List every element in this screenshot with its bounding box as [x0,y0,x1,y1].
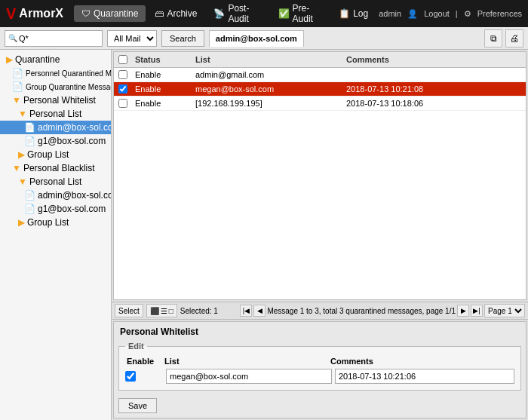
row3-status: Enable [132,97,192,110]
admin-label: admin [379,9,401,18]
edit-comments-input[interactable] [335,369,514,384]
separator: | [456,9,458,18]
edit-check-cell [125,371,163,382]
sidebar-item-personal-whitelist[interactable]: ▼ Personal Whitelist [0,94,111,107]
sidebar-item-label: Personal Blacklist [23,163,95,173]
mail-filter-dropdown[interactable]: All Mail [107,30,157,47]
sidebar-item-label: Personal List [29,176,81,187]
first-page-btn[interactable]: |◀ [240,305,252,317]
nav-pre-audit[interactable]: ✅ Pre-Audit [271,0,330,27]
row3-checkbox[interactable] [118,99,127,108]
sidebar-item-label: Quarantine [15,54,60,65]
topbar-right: admin 👤 Logout | ⚙ Preferences [379,9,522,19]
post-audit-label: Post-Audit [228,3,261,24]
preferences-label[interactable]: Preferences [477,9,522,18]
print-icon[interactable]: 🖨 [505,29,523,48]
archive-label: Archive [167,8,197,19]
gear-icon: ⚙ [464,9,471,19]
quarantine-label: Quarantine [94,8,138,19]
sidebar-item-label: g1@box-sol.com [38,204,106,214]
logout-label[interactable]: Logout [424,9,450,18]
doc-icon: 📄 [12,81,23,92]
sidebar-item-label: Personnel Quarantined Messa... [26,69,111,78]
content-area: Status List Comments Enable admin@gmail.… [112,50,528,420]
select-all-checkbox[interactable] [118,55,127,64]
page-select-dropdown[interactable]: Page 1 [484,304,525,317]
table-row[interactable]: Enable megan@box-sol.com 2018-07-13 10:2… [114,82,526,97]
format-icon3: □ [169,307,173,315]
th-comments: Comments [343,54,526,65]
sidebar-item-group-list[interactable]: ▶ Group List [0,148,111,161]
edit-list-cell [166,369,332,384]
sidebar-item-label: admin@box-sol.com [38,122,111,133]
logo: V ArmorX [6,5,63,23]
search-field-container: 🔍 [5,30,103,47]
file-icon3: 📄 [24,190,35,201]
row1-checkbox[interactable] [118,70,127,79]
folder-open-icon2: ▼ [18,109,27,119]
sidebar-item-label: Personal Whitelist [23,95,96,106]
sidebar-item-quarantine[interactable]: ▶ Quarantine [0,53,111,66]
nav-archive[interactable]: 🗃 Archive [147,5,204,22]
save-button[interactable]: Save [118,398,157,413]
table-row[interactable]: Enable admin@gmail.com [114,68,526,82]
prev-page-btn[interactable]: ◀ [253,305,266,317]
row3-comments: 2018-07-13 10:18:06 [343,97,526,110]
row2-checkbox[interactable] [118,84,127,94]
folder-open-icon: ▼ [12,95,21,106]
edit-grid-header: Enable List Comments [125,357,514,366]
pre-audit-icon: ✅ [278,8,290,19]
sidebar-item-personal-list[interactable]: ▼ Personal List [0,107,111,121]
log-label: Log [353,8,368,19]
col-list-header: List [164,357,330,366]
edit-legend: Edit [125,342,147,351]
folder-icon: ▶ [6,54,13,65]
sidebar-item-g1-bl[interactable]: 📄 g1@box-sol.com [0,202,111,216]
search-input[interactable] [19,34,87,43]
file-icon2: 📄 [24,136,35,146]
active-tab[interactable]: admin@box-sol.com [209,30,304,47]
secondbar: 🔍 All Mail Search admin@box-sol.com ⧉ 🖨 [0,27,528,50]
archive-icon: 🗃 [155,8,164,19]
row1-check-cell [114,68,132,81]
file-icon: 📄 [24,122,35,133]
sidebar-item-label: admin@box-sol.com [38,190,111,201]
nav-post-audit[interactable]: 📡 Post-Audit [206,0,269,27]
logo-v: V [6,5,16,23]
sidebar-item-group-list-bl[interactable]: ▶ Group List [0,216,111,229]
sidebar-item-admin-bl[interactable]: 📄 admin@box-sol.com [0,189,111,202]
row2-comments: 2018-07-13 10:21:08 [343,82,526,96]
row2-list: megan@box-sol.com [192,82,343,96]
pre-audit-label: Pre-Audit [293,3,323,24]
edit-list-input[interactable] [166,369,332,384]
th-status: Status [132,54,192,65]
table-body: Enable admin@gmail.com Enable megan@box-… [114,68,526,299]
sidebar-item-label: Group List [27,217,69,228]
select-button[interactable]: Select [115,304,143,317]
table-row[interactable]: Enable [192.168.199.195] 2018-07-13 10:1… [114,97,526,111]
search-button[interactable]: Search [161,30,204,47]
sidebar-item-g1-box[interactable]: 📄 g1@box-sol.com [0,134,111,148]
row2-status: Enable [132,82,192,96]
table-header: Status List Comments [114,52,526,68]
row3-list: [192.168.199.195] [192,97,343,110]
new-window-icon[interactable]: ⧉ [484,29,502,48]
nav-items: 🛡 Quarantine 🗃 Archive 📡 Post-Audit ✅ Pr… [74,0,376,27]
format-icon1: ⬛ [150,307,159,315]
sidebar-item-group-quarantine[interactable]: 📄 Group Quarantine Messages [0,80,111,94]
sidebar-item-personal-list-bl[interactable]: ▼ Personal List [0,175,111,189]
next-page-btn[interactable]: ▶ [457,305,469,317]
edit-enable-checkbox[interactable] [125,371,136,382]
edit-fieldset: Edit Enable List Comments [118,342,521,391]
folder-closed-icon2: ▼ [12,163,21,173]
nav-log[interactable]: 📋 Log [331,5,376,22]
nav-quarantine[interactable]: 🛡 Quarantine [74,5,146,22]
col-enable-header: Enable [127,357,164,366]
sidebar-item-personnel[interactable]: 📄 Personnel Quarantined Messa... [0,66,111,80]
th-list: List [192,54,343,65]
last-page-btn[interactable]: ▶| [471,305,483,317]
sidebar-item-admin-box[interactable]: 📄 admin@box-sol.com [0,121,111,134]
sidebar-item-personal-blacklist[interactable]: ▼ Personal Blacklist [0,161,111,175]
file-icon4: 📄 [24,204,35,214]
toolbar-icons: ⧉ 🖨 [484,29,523,48]
